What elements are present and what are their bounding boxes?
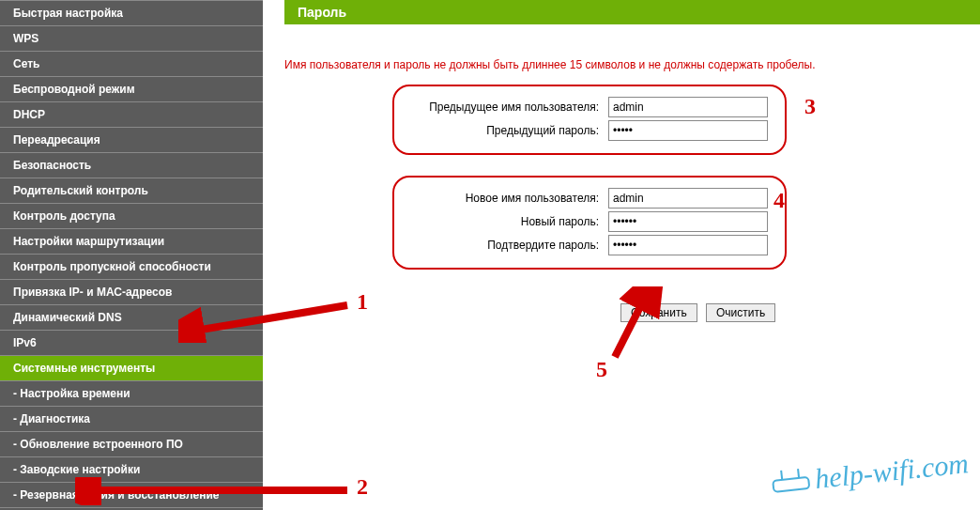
sidebar-item-parental[interactable]: Родительский контроль bbox=[0, 178, 263, 204]
clear-button[interactable]: Очистить bbox=[706, 303, 775, 322]
sidebar-subitem-factory-defaults[interactable]: - Заводские настройки bbox=[0, 457, 263, 483]
annotation-5: 5 bbox=[596, 357, 607, 382]
annotation-1: 1 bbox=[357, 289, 368, 315]
annotation-4: 4 bbox=[773, 188, 785, 213]
warning-text: Имя пользователя и пароль не должны быть… bbox=[284, 58, 980, 71]
sidebar-item-security[interactable]: Безопасность bbox=[0, 153, 263, 178]
sidebar-item-dhcp[interactable]: DHCP bbox=[0, 102, 263, 128]
annotation-2: 2 bbox=[357, 474, 368, 500]
old-username-input[interactable] bbox=[608, 97, 768, 117]
old-credentials-group: Предыдущее имя пользователя: Предыдущий … bbox=[392, 85, 787, 155]
sidebar-item-access-control[interactable]: Контроль доступа bbox=[0, 204, 263, 229]
confirm-password-input[interactable] bbox=[608, 235, 768, 255]
new-password-input[interactable] bbox=[608, 211, 768, 232]
sidebar-item-ip-mac-binding[interactable]: Привязка IP- и МАС-адресов bbox=[0, 280, 263, 305]
button-row: Сохранить Очистить bbox=[620, 303, 980, 322]
sidebar-subitem-time[interactable]: - Настройка времени bbox=[0, 381, 263, 407]
sidebar-item-bandwidth[interactable]: Контроль пропускной способности bbox=[0, 255, 263, 280]
sidebar-subitem-diagnostic[interactable]: - Диагностика bbox=[0, 407, 263, 432]
sidebar-item-ipv6[interactable]: IPv6 bbox=[0, 331, 263, 356]
sidebar-item-wireless[interactable]: Беспроводной режим bbox=[0, 77, 263, 102]
confirm-password-label: Подтвердите пароль: bbox=[411, 239, 599, 252]
annotation-3: 3 bbox=[804, 94, 816, 119]
sidebar-item-routing[interactable]: Настройки маршрутизации bbox=[0, 229, 263, 255]
new-username-input[interactable] bbox=[608, 188, 768, 209]
sidebar-item-network[interactable]: Сеть bbox=[0, 52, 263, 77]
page-title: Пароль bbox=[284, 0, 980, 24]
sidebar-item-quick-setup[interactable]: Быстрая настройка bbox=[0, 0, 263, 26]
sidebar-subitem-backup-restore[interactable]: - Резервная копия и восстановление bbox=[0, 483, 263, 508]
new-password-label: Новый пароль: bbox=[411, 215, 599, 228]
sidebar-item-ddns[interactable]: Динамический DNS bbox=[0, 305, 263, 331]
sidebar-item-wps[interactable]: WPS bbox=[0, 26, 263, 52]
sidebar: Быстрая настройка WPS Сеть Беспроводной … bbox=[0, 0, 263, 510]
watermark: help-wifi.com bbox=[771, 447, 971, 500]
sidebar-item-system-tools[interactable]: Системные инструменты bbox=[0, 356, 263, 381]
watermark-text: help-wifi.com bbox=[813, 447, 970, 494]
old-username-label: Предыдущее имя пользователя: bbox=[411, 100, 599, 114]
old-password-label: Предыдущий пароль: bbox=[411, 124, 599, 137]
main-content: Пароль Имя пользователя и пароль не долж… bbox=[284, 0, 980, 322]
sidebar-item-forwarding[interactable]: Переадресация bbox=[0, 128, 263, 153]
router-icon bbox=[772, 476, 810, 493]
old-password-input[interactable] bbox=[608, 120, 768, 141]
new-credentials-group: Новое имя пользователя: Новый пароль: По… bbox=[392, 176, 787, 270]
save-button[interactable]: Сохранить bbox=[620, 303, 697, 322]
sidebar-subitem-firmware[interactable]: - Обновление встроенного ПО bbox=[0, 432, 263, 457]
new-username-label: Новое имя пользователя: bbox=[411, 192, 599, 205]
